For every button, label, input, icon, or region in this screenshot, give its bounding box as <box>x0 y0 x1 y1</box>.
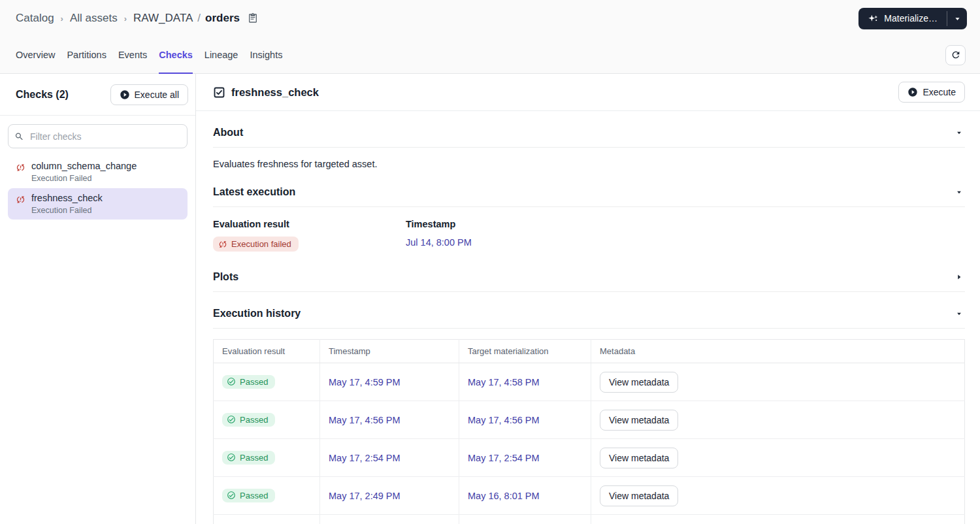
tab-label: Partitions <box>67 50 106 60</box>
materialize-label: Materialize… <box>884 13 938 24</box>
target-materialization-link[interactable]: May 16, 8:01 PM <box>468 491 540 501</box>
plots-section-header[interactable]: Plots <box>213 255 965 292</box>
execution-failed-badge-label: Execution failed <box>231 239 291 249</box>
tab-overview[interactable]: Overview <box>16 37 55 73</box>
checks-list: column_schema_change Execution Failed fr… <box>0 154 195 223</box>
breadcrumb-asset-path: RAW_DATA / orders <box>133 12 240 25</box>
sparkle-icon <box>868 13 879 24</box>
evaluation-result-label: Evaluation result <box>213 219 406 229</box>
play-circle-icon <box>907 87 918 97</box>
check-status: Execution Failed <box>31 206 103 215</box>
view-metadata-button[interactable]: View metadata <box>600 372 678 393</box>
tab-checks[interactable]: Checks <box>159 37 193 73</box>
passed-badge: Passed <box>222 413 275 427</box>
column-header-metadata: Metadata <box>591 340 965 363</box>
check-circle-icon <box>227 453 236 462</box>
tab-partitions[interactable]: Partitions <box>67 37 106 73</box>
asset-name: orders <box>205 12 240 25</box>
content-area: Checks (2) Execute all <box>0 74 980 524</box>
view-metadata-button[interactable]: View metadata <box>600 410 678 431</box>
execution-history-section-header[interactable]: Execution history <box>213 292 965 329</box>
copy-asset-name-icon[interactable] <box>248 13 258 24</box>
checks-count-title: Checks (2) <box>16 89 69 101</box>
path-slash: / <box>197 12 201 25</box>
chevron-down-icon <box>955 128 964 137</box>
column-header-target-materialization: Target materialization <box>459 340 591 363</box>
asset-tabs: Overview Partitions Events Checks Lineag… <box>16 37 282 73</box>
about-description: Evaluates freshness for targeted asset. <box>213 148 965 171</box>
target-materialization-link[interactable]: May 17, 4:56 PM <box>468 415 540 425</box>
latest-execution-title: Latest execution <box>213 186 295 198</box>
tabs-row: Overview Partitions Events Checks Lineag… <box>0 37 980 74</box>
refresh-button[interactable] <box>945 45 966 65</box>
execution-failed-icon <box>218 240 227 249</box>
check-name: column_schema_change <box>31 161 137 171</box>
plots-title: Plots <box>213 271 238 283</box>
breadcrumb-separator-icon: › <box>61 14 63 24</box>
execute-button[interactable]: Execute <box>898 82 965 103</box>
target-materialization-link[interactable]: May 17, 2:54 PM <box>468 453 540 463</box>
materialize-split-button: Materialize… <box>858 8 967 29</box>
breadcrumb-separator-icon: › <box>124 14 127 24</box>
materialize-dropdown-button[interactable] <box>947 8 967 29</box>
checks-sidebar: Checks (2) Execute all <box>0 74 196 524</box>
filter-checks-input[interactable] <box>8 124 188 148</box>
execution-timestamp-link[interactable]: May 17, 2:54 PM <box>329 453 400 463</box>
chevron-down-icon <box>955 309 964 318</box>
passed-badge-label: Passed <box>240 415 268 425</box>
app-root: Catalog › All assets › RAW_DATA / orders… <box>0 0 980 524</box>
tab-lineage[interactable]: Lineage <box>204 37 238 73</box>
check-status: Execution Failed <box>31 174 137 183</box>
materialize-button[interactable]: Materialize… <box>858 8 947 29</box>
target-materialization-link[interactable]: May 17, 4:58 PM <box>468 377 540 387</box>
table-row: Passed May 17, 4:56 PM May 17, 4:56 PM V… <box>214 401 965 439</box>
execution-timestamp-link[interactable]: May 17, 4:59 PM <box>329 377 400 387</box>
check-box-icon <box>213 86 225 99</box>
execution-timestamp-link[interactable]: May 17, 4:56 PM <box>329 415 400 425</box>
passed-badge: Passed <box>222 451 275 465</box>
breadcrumb-catalog[interactable]: Catalog <box>16 12 54 25</box>
check-name: freshness_check <box>31 193 103 203</box>
execution-history-title: Execution history <box>213 308 301 319</box>
breadcrumb: Catalog › All assets › RAW_DATA / orders <box>16 12 258 25</box>
view-metadata-button[interactable]: View metadata <box>600 485 678 506</box>
latest-execution-timestamp-link[interactable]: Jul 14, 8:00 PM <box>406 237 472 248</box>
breadcrumb-all-assets[interactable]: All assets <box>70 12 118 25</box>
asset-group-name[interactable]: RAW_DATA <box>133 12 193 25</box>
table-header-row: Evaluation result Timestamp Target mater… <box>214 340 965 363</box>
execution-history-table: Evaluation result Timestamp Target mater… <box>213 339 965 524</box>
chevron-down-icon <box>955 188 964 197</box>
execute-all-label: Execute all <box>135 90 179 100</box>
latest-execution-section-header[interactable]: Latest execution <box>213 171 965 207</box>
play-circle-icon <box>120 90 130 100</box>
tab-label: Events <box>118 50 147 60</box>
passed-badge: Passed <box>222 489 275 502</box>
chevron-down-icon <box>953 14 962 24</box>
tab-label: Overview <box>16 50 55 60</box>
execute-all-button[interactable]: Execute all <box>110 84 188 105</box>
execution-timestamp-link[interactable]: May 17, 2:49 PM <box>329 491 400 501</box>
execution-failed-icon <box>16 195 25 207</box>
execution-failed-badge: Execution failed <box>213 237 299 252</box>
about-title: About <box>213 127 243 139</box>
sidebar-item-column_schema_change[interactable]: column_schema_change Execution Failed <box>8 156 188 188</box>
execution-history-table-wrap: Evaluation result Timestamp Target mater… <box>213 339 965 524</box>
tab-insights[interactable]: Insights <box>250 37 282 73</box>
top-bar: Catalog › All assets › RAW_DATA / orders… <box>0 0 980 37</box>
latest-execution-content: Evaluation result Execution failed Times… <box>213 207 965 255</box>
table-row-partial <box>214 515 965 524</box>
check-detail-body: About Evaluates freshness for targeted a… <box>196 111 980 524</box>
tab-label: Checks <box>159 50 193 60</box>
timestamp-label: Timestamp <box>406 219 472 229</box>
check-detail-panel: freshness_check Execute About Ev <box>196 74 980 524</box>
check-title: freshness_check <box>231 86 319 99</box>
about-section-header[interactable]: About <box>213 111 965 148</box>
check-circle-icon <box>227 377 236 386</box>
sidebar-item-freshness_check[interactable]: freshness_check Execution Failed <box>8 188 188 220</box>
execute-label: Execute <box>923 87 956 97</box>
view-metadata-button[interactable]: View metadata <box>600 448 678 468</box>
passed-badge-label: Passed <box>240 491 268 500</box>
tab-events[interactable]: Events <box>118 37 147 73</box>
sidebar-header: Checks (2) Execute all <box>0 74 195 116</box>
chevron-right-icon <box>955 272 964 282</box>
